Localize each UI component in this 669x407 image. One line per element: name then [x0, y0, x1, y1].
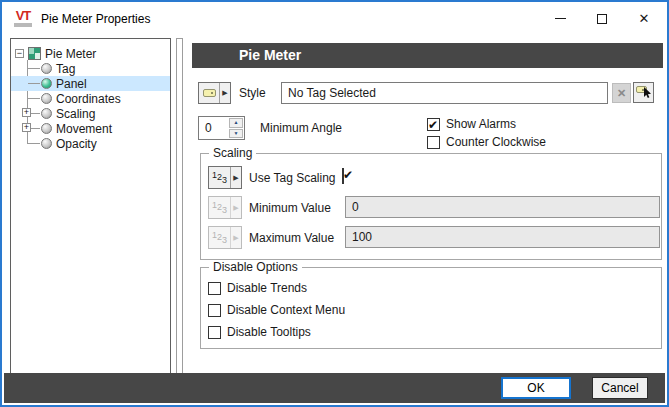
- minimize-icon: [555, 18, 566, 19]
- disable-context-menu-label: Disable Context Menu: [227, 303, 345, 317]
- panel-header-title: Pie Meter: [192, 43, 663, 68]
- disable-options-group-title: Disable Options: [209, 260, 302, 274]
- minimize-button[interactable]: [539, 4, 581, 33]
- use-tag-scaling-checkbox[interactable]: [342, 168, 344, 184]
- numeric-123-icon: 123: [212, 203, 227, 213]
- tree-node-label: Panel: [56, 77, 87, 91]
- window-title: Pie Meter Properties: [41, 12, 150, 26]
- show-alarms-checkbox-row[interactable]: Show Alarms: [427, 117, 516, 131]
- spin-up-button[interactable]: ▲: [229, 118, 243, 128]
- panel-splitter[interactable]: [176, 38, 183, 374]
- clear-x-icon: ✕: [617, 87, 626, 100]
- chevron-right-icon: ▶: [230, 227, 241, 248]
- use-tag-scaling-expression-button[interactable]: 123 ▶: [208, 166, 242, 189]
- counter-clockwise-checkbox-row[interactable]: Counter Clockwise: [427, 135, 546, 149]
- style-label: Style: [239, 86, 266, 100]
- minimum-value-expression-button: 123 ▶: [208, 196, 242, 219]
- sphere-icon-green: [41, 78, 52, 89]
- minimum-value-label: Minimum Value: [249, 201, 331, 215]
- disable-tooltips-checkbox-row[interactable]: Disable Tooltips: [208, 325, 311, 339]
- disable-trends-label: Disable Trends: [227, 281, 307, 295]
- cursor-arrow-icon: [643, 87, 652, 99]
- maximum-value-expression-button: 123 ▶: [208, 226, 242, 249]
- tag-icon: [203, 89, 216, 97]
- chevron-right-icon[interactable]: ▶: [230, 167, 241, 188]
- sphere-icon: [41, 93, 52, 104]
- minimum-angle-label: Minimum Angle: [260, 121, 342, 135]
- tree-node-coordinates[interactable]: Coordinates: [11, 91, 170, 106]
- chevron-right-icon: ▶: [230, 197, 241, 218]
- tree-node-label: Pie Meter: [45, 47, 96, 61]
- disable-tooltips-label: Disable Tooltips: [227, 325, 311, 339]
- sphere-icon: [41, 123, 52, 134]
- tree-node-label: Movement: [56, 122, 112, 136]
- disable-trends-checkbox[interactable]: [208, 282, 221, 295]
- panel-header: Pie Meter: [192, 43, 663, 68]
- tree-node-pie-meter[interactable]: − Pie Meter: [11, 46, 170, 61]
- maximize-button[interactable]: [581, 4, 623, 33]
- vt-logo-text: VT: [16, 10, 31, 22]
- expand-icon[interactable]: +: [22, 108, 31, 117]
- scaling-group-title: Scaling: [209, 146, 256, 160]
- tree-node-panel[interactable]: Panel: [11, 76, 170, 91]
- tree-node-opacity[interactable]: Opacity: [11, 136, 170, 151]
- disable-context-menu-checkbox-row[interactable]: Disable Context Menu: [208, 303, 345, 317]
- counter-clockwise-label: Counter Clockwise: [446, 135, 546, 149]
- tree-node-tag[interactable]: Tag: [11, 61, 170, 76]
- ok-button[interactable]: OK: [501, 377, 571, 399]
- close-icon: ✕: [639, 12, 650, 25]
- chevron-right-icon[interactable]: ▶: [219, 83, 230, 103]
- sphere-icon: [41, 108, 52, 119]
- maximum-value-label: Maximum Value: [249, 231, 334, 245]
- spin-down-button[interactable]: ▼: [229, 129, 243, 139]
- title-bar: VT Pie Meter Properties ✕: [4, 4, 665, 33]
- pie-meter-icon: [28, 47, 41, 60]
- numeric-123-icon: 123: [212, 233, 227, 243]
- tree-node-label: Scaling: [56, 107, 95, 121]
- maximize-icon: [597, 14, 607, 24]
- tree-node-movement[interactable]: + Movement: [11, 121, 170, 136]
- dialog-footer: OK Cancel: [4, 373, 665, 403]
- sphere-icon: [41, 138, 52, 149]
- tree-node-label: Tag: [56, 62, 75, 76]
- select-tag-button[interactable]: [633, 82, 654, 103]
- counter-clockwise-checkbox[interactable]: [427, 136, 440, 149]
- show-alarms-label: Show Alarms: [446, 117, 516, 131]
- vt-app-icon: VT: [13, 10, 33, 27]
- minimum-angle-value[interactable]: 0: [199, 117, 228, 139]
- style-tag-input[interactable]: [281, 82, 608, 104]
- sphere-icon: [41, 63, 52, 74]
- disable-options-group: Disable Options Disable Trends Disable C…: [200, 267, 662, 349]
- tree-node-label: Opacity: [56, 137, 97, 151]
- cancel-button[interactable]: Cancel: [592, 377, 648, 399]
- minimum-value-input: [345, 196, 660, 218]
- disable-context-menu-checkbox[interactable]: [208, 304, 221, 317]
- scaling-group: Scaling 123 ▶ Use Tag Scaling 123 ▶ Mini…: [200, 153, 662, 260]
- minimum-angle-spinner[interactable]: 0 ▲ ▼: [198, 116, 245, 140]
- disable-tooltips-checkbox[interactable]: [208, 326, 221, 339]
- pie-meter-properties-dialog: VT Pie Meter Properties ✕ − Pie Meter Ta…: [0, 0, 669, 407]
- maximum-value-input: [345, 226, 660, 248]
- numeric-123-icon: 123: [212, 173, 227, 183]
- disable-trends-checkbox-row[interactable]: Disable Trends: [208, 281, 307, 295]
- style-options-button[interactable]: ▶: [198, 82, 231, 104]
- clear-tag-button: ✕: [612, 83, 631, 103]
- tree-node-scaling[interactable]: + Scaling: [11, 106, 170, 121]
- collapse-icon[interactable]: −: [15, 49, 24, 58]
- tree-node-label: Coordinates: [56, 92, 121, 106]
- show-alarms-checkbox[interactable]: [427, 118, 440, 131]
- vt-logo-bar: [14, 23, 32, 27]
- use-tag-scaling-label: Use Tag Scaling: [249, 171, 336, 185]
- close-button[interactable]: ✕: [623, 4, 665, 33]
- expand-icon[interactable]: +: [22, 123, 31, 132]
- property-tree: − Pie Meter Tag Panel Coordinates + Scal…: [10, 38, 171, 374]
